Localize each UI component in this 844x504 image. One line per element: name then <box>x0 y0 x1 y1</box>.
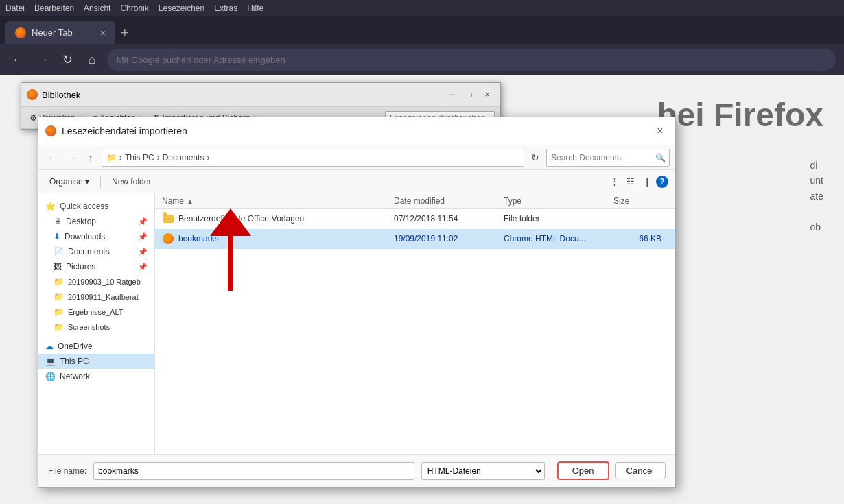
sidebar-label-folder4: Screenshots <box>68 323 110 331</box>
col-header-type[interactable]: Type <box>504 196 613 206</box>
sidebar-label-desktop: Desktop <box>66 217 96 226</box>
sidebar-label-onedrive: OneDrive <box>58 341 93 351</box>
network-icon: 🌐 <box>45 372 56 381</box>
sidebar-label-documents: Documents <box>68 247 110 256</box>
sidebar-item-onedrive[interactable]: ☁ OneDrive <box>38 339 154 354</box>
table-row[interactable]: bookmarks 19/09/2019 11:02 Chrome HTML D… <box>155 229 675 249</box>
file-list-area: Name ▲ Date modified Type Size <box>155 193 675 454</box>
bg-text-lines: di unt ate ob <box>810 158 823 235</box>
menu-lesezeichen[interactable]: Lesezeichen <box>159 3 204 13</box>
folder1-icon: 📁 <box>54 277 64 287</box>
new-folder-button[interactable]: New folder <box>108 176 155 188</box>
sidebar-item-downloads[interactable]: ⬇ Downloads 📌 <box>38 229 154 244</box>
breadcrumb-sep2: › <box>157 153 160 163</box>
file-size-2: 66 KB <box>613 234 668 243</box>
downloads-icon: ⬇ <box>54 232 60 241</box>
tab-bar: Neuer Tab × + <box>0 16 844 44</box>
sidebar-nav: ⭐ Quick access 🖥 Desktop 📌 ⬇ Downloads 📌… <box>38 193 155 454</box>
dialog-refresh-button[interactable]: ↻ <box>527 149 543 166</box>
tab-neuer-tab[interactable]: Neuer Tab × <box>5 21 115 44</box>
sidebar-label-folder1: 20190903_10 Ratgeb <box>68 278 141 286</box>
pictures-icon: 🖼 <box>54 262 62 272</box>
filename-input[interactable] <box>93 462 414 480</box>
sidebar-item-folder3[interactable]: 📁 Ergebnisse_ALT <box>38 304 154 320</box>
view-details-button[interactable]: ☷ <box>623 174 638 189</box>
sidebar-item-folder1[interactable]: 📁 20190903_10 Ratgeb <box>38 274 154 289</box>
sidebar-label-folder3: Ergebnisse_ALT <box>68 308 124 316</box>
footer-buttons: Open Cancel <box>557 461 666 480</box>
sidebar-label-folder2: 20190911_Kaufberat <box>68 293 139 301</box>
dialog-close-button[interactable]: × <box>652 123 668 139</box>
onedrive-icon: ☁ <box>45 341 54 351</box>
search-documents-input[interactable] <box>546 149 670 167</box>
dialog-titlebar: Lesezeichendatei importieren × <box>38 117 675 145</box>
reload-button[interactable]: ↻ <box>58 50 77 69</box>
tab-label: Neuer Tab <box>32 27 73 38</box>
library-close-button[interactable]: × <box>480 87 495 102</box>
file-date-1: 07/12/2018 11:54 <box>394 214 504 224</box>
file-name-cell-2: bookmarks <box>162 232 394 245</box>
menu-bearbeiten[interactable]: Bearbeiten <box>34 3 74 13</box>
menu-extras[interactable]: Extras <box>214 3 237 13</box>
file-list: Benutzerdefinierte Office-Vorlagen 07/12… <box>155 209 675 332</box>
file-name-2: bookmarks <box>178 234 219 243</box>
new-tab-button[interactable]: + <box>121 25 129 44</box>
col-header-name[interactable]: Name ▲ <box>162 196 394 206</box>
table-row[interactable]: Benutzerdefinierte Office-Vorlagen 07/12… <box>155 209 675 229</box>
menu-datei[interactable]: Datei <box>5 3 25 13</box>
folder3-icon: 📁 <box>54 307 64 317</box>
menu-hilfe[interactable]: Hilfe <box>247 3 263 13</box>
address-bar[interactable] <box>107 49 836 71</box>
pin-icon-documents: 📌 <box>138 248 148 256</box>
breadcrumb-documents[interactable]: Documents <box>163 153 204 163</box>
pin-icon-desktop: 📌 <box>138 217 148 226</box>
filename-label: File name: <box>48 466 86 476</box>
view-icons: ⋮ ☷ ❙ ? <box>607 174 668 189</box>
col-header-size[interactable]: Size <box>613 196 668 206</box>
menu-bar: Datei Bearbeiten Ansicht Chronik Lesezei… <box>0 0 844 16</box>
menu-chronik[interactable]: Chronik <box>120 3 148 13</box>
sidebar-item-quick-access[interactable]: ⭐ Quick access <box>38 199 154 214</box>
library-minimize-button[interactable]: − <box>444 87 459 102</box>
breadcrumb-thispc[interactable]: This PC <box>125 153 154 163</box>
dialog-nav: ← → ↑ 📁 › This PC › Documents › ↻ 🔍 <box>38 145 675 170</box>
view-grid-button[interactable]: ⋮ <box>607 174 622 189</box>
menu-ansicht[interactable]: Ansicht <box>84 3 110 13</box>
filetype-select[interactable]: HTML-Dateien <box>421 462 545 480</box>
file-date-2: 19/09/2019 11:02 <box>394 234 504 243</box>
firefox-icon <box>15 27 26 38</box>
col-header-date[interactable]: Date modified <box>394 196 504 206</box>
sidebar-item-pictures[interactable]: 🖼 Pictures 📌 <box>38 259 154 274</box>
library-titlebar: Bibliothek − □ × <box>21 83 500 107</box>
desktop-icon: 🖥 <box>54 217 62 226</box>
sidebar-item-desktop[interactable]: 🖥 Desktop 📌 <box>38 214 154 229</box>
library-maximize-button[interactable]: □ <box>462 87 477 102</box>
open-button[interactable]: Open <box>557 461 609 480</box>
tab-close-button[interactable]: × <box>100 27 106 38</box>
sidebar-item-folder4[interactable]: 📁 Screenshots <box>38 320 154 335</box>
library-firefox-icon <box>27 89 38 100</box>
sidebar-label-quick-access: Quick access <box>60 202 108 211</box>
back-button[interactable]: ← <box>8 50 27 69</box>
sidebar-item-documents[interactable]: 📄 Documents 📌 <box>38 244 154 259</box>
sidebar-item-thispc[interactable]: 💻 This PC <box>38 354 154 369</box>
organise-button[interactable]: Organise ▾ <box>45 176 93 188</box>
sidebar-item-network[interactable]: 🌐 Network <box>38 369 154 384</box>
bg-text-line1: bei Firefox <box>657 96 823 134</box>
cancel-button[interactable]: Cancel <box>615 462 666 479</box>
breadcrumb-sep3: › <box>207 153 209 163</box>
dialog-up-button[interactable]: ↑ <box>82 149 99 166</box>
file-list-header: Name ▲ Date modified Type Size <box>155 193 675 209</box>
dialog-toolbar: Organise ▾ New folder ⋮ ☷ ❙ ? <box>38 170 675 193</box>
search-wrap: 🔍 <box>546 149 670 167</box>
dialog-forward-button[interactable]: → <box>63 149 80 166</box>
view-separator-button[interactable]: ❙ <box>640 174 655 189</box>
forward-button[interactable]: → <box>33 50 52 69</box>
sidebar-item-folder2[interactable]: 📁 20190911_Kaufberat <box>38 289 154 304</box>
help-button[interactable]: ? <box>656 176 668 188</box>
home-button[interactable]: ⌂ <box>82 50 102 69</box>
dialog-back-button[interactable]: ← <box>44 149 60 166</box>
file-name-1: Benutzerdefinierte Office-Vorlagen <box>178 214 304 224</box>
sidebar-label-thispc: This PC <box>60 357 89 366</box>
breadcrumb-sep1: › <box>119 153 122 163</box>
